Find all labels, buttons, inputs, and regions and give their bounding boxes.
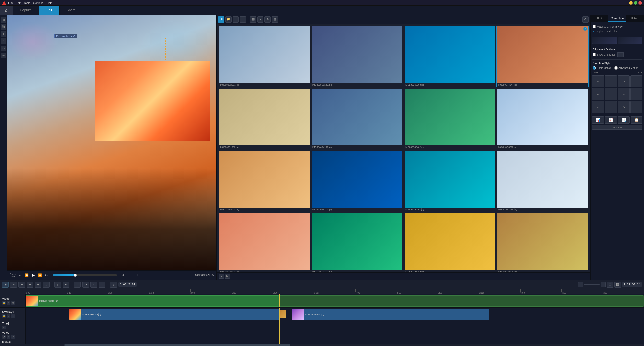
thumb-preview-1[interactable]: [592, 37, 617, 44]
tl-btn-titles[interactable]: T: [54, 282, 61, 288]
tl-btn-fx[interactable]: FX: [82, 282, 89, 288]
customize-btn[interactable]: Customize...: [592, 125, 642, 130]
voice-icon-mic[interactable]: 🎤: [2, 335, 6, 339]
media-item-15[interactable]: IMG592934222.jpg: [404, 213, 496, 272]
media-view-large[interactable]: ▦: [250, 16, 256, 23]
overlay-clip-border[interactable]: [51, 38, 166, 117]
voice-icon-audio[interactable]: ♪: [7, 335, 10, 339]
jump-end-button[interactable]: ⏭: [44, 273, 49, 278]
volume-button[interactable]: ♪: [127, 273, 132, 278]
media-item-13[interactable]: IMG533578633.jpg: [219, 213, 310, 272]
media-item-14[interactable]: IMG586529710.jpg: [312, 213, 403, 272]
media-settings[interactable]: ⚙: [582, 16, 589, 23]
motion-enter-ml[interactable]: ←: [592, 88, 604, 100]
fullscreen-button[interactable]: ⛶: [134, 273, 139, 278]
advanced-motion-radio[interactable]: [614, 66, 618, 70]
menu-settings[interactable]: Settings: [33, 1, 43, 4]
sidebar-import[interactable]: ⊞: [1, 17, 6, 23]
tl-btn-motion[interactable]: ↔: [90, 282, 97, 288]
basic-motion-radio[interactable]: [593, 66, 596, 70]
media-item-6[interactable]: IMG334474157.jpg: [312, 88, 403, 149]
tl-zoom-slider[interactable]: [584, 284, 600, 285]
track-icon-audio[interactable]: ♪: [7, 301, 10, 305]
tab-edit-panel[interactable]: Edit: [591, 15, 608, 22]
sidebar-audio[interactable]: ♬: [1, 38, 6, 44]
media-view-grid[interactable]: ⊞: [218, 16, 224, 23]
tl-btn-snap[interactable]: ⊵: [110, 282, 117, 288]
sidebar-motion[interactable]: ↩: [1, 53, 6, 58]
tl-zoom-out[interactable]: −: [578, 282, 583, 287]
media-nav-right[interactable]: ▶: [225, 274, 230, 279]
media-nav-left[interactable]: ◀: [219, 274, 224, 279]
media-item-2[interactable]: IMG209551125.jpg: [312, 26, 403, 87]
tab-capture[interactable]: Capture: [13, 6, 39, 15]
sidebar-fx[interactable]: FX: [1, 46, 6, 51]
tl-clip-view-btn[interactable]: 🎞: [614, 282, 621, 288]
motion-enter-tc[interactable]: ↑: [605, 75, 617, 87]
tl-btn-redo[interactable]: ↪: [27, 282, 33, 288]
preview-scrubber[interactable]: [53, 274, 117, 276]
media-item-3[interactable]: IMG235768563.jpg: [404, 26, 496, 87]
media-item-5[interactable]: IMG306651336.jpg: [219, 88, 310, 149]
media-item-16[interactable]: IMG610979989.jpg: [497, 213, 588, 272]
tab-edit[interactable]: Edit: [39, 6, 59, 15]
media-item-8[interactable]: IMG409473228.jpg: [497, 88, 588, 149]
overlay-clip-1[interactable]: IMG683267359.jpg: [69, 309, 279, 320]
play-button[interactable]: ▶: [31, 273, 36, 278]
menu-edit[interactable]: Edit: [16, 1, 21, 4]
motion-enter-bc[interactable]: ↓: [605, 101, 617, 113]
media-sort[interactable]: ↕: [240, 16, 246, 23]
video-clip-2[interactable]: [279, 295, 644, 307]
transition-block[interactable]: [279, 310, 286, 318]
overlay-clip-2[interactable]: IMG250874044.jpg: [292, 309, 489, 320]
track-icon-eye[interactable]: ⊘: [11, 301, 15, 305]
tab-correction-panel[interactable]: Correction: [608, 15, 626, 22]
media-item-11[interactable]: IMG454835482.jpg: [404, 151, 496, 211]
jump-start-button[interactable]: ⏮: [18, 273, 23, 278]
motion-enter-tr[interactable]: ↗: [618, 75, 630, 87]
media-view-detail[interactable]: ≡: [257, 16, 263, 23]
chart-btn-2[interactable]: 📈: [605, 116, 617, 124]
tl-zoom-in[interactable]: +: [601, 282, 606, 287]
chart-btn-3[interactable]: 📉: [618, 116, 630, 124]
tl-btn-normalize[interactable]: ≡: [99, 282, 105, 288]
video-clip-1[interactable]: IMG148618316.jpg: [26, 295, 279, 307]
media-sort-2[interactable]: ⇅: [264, 16, 271, 23]
tl-btn-music[interactable]: ♫: [43, 282, 50, 288]
track-icon-lock[interactable]: 🔒: [2, 301, 6, 305]
close-button[interactable]: [638, 1, 642, 5]
loop-button[interactable]: ↺: [120, 273, 125, 278]
overlay1-icon-expand[interactable]: ▾: [11, 314, 15, 318]
menu-help[interactable]: Help: [47, 1, 52, 4]
media-view-list[interactable]: ☰: [233, 16, 239, 23]
overlay1-icon-audio[interactable]: ♪: [7, 314, 10, 318]
scrubber-thumb[interactable]: [74, 274, 77, 277]
menu-bar[interactable]: File Edit Tools Settings Help: [8, 1, 52, 4]
basic-motion-option[interactable]: Basic Motion: [593, 66, 611, 70]
media-item-7[interactable]: IMG349548462.jpg: [404, 88, 496, 149]
tl-btn-add-track[interactable]: ⊞: [2, 282, 9, 288]
sidebar-photo[interactable]: 🖼: [1, 24, 6, 30]
media-item-9[interactable]: IMG411225745.jpg: [219, 151, 310, 211]
motion-enter-bl[interactable]: ↙: [592, 101, 604, 113]
hscroll-thumb[interactable]: [64, 344, 290, 346]
media-item-10[interactable]: IMG440899774.jpg: [312, 151, 403, 211]
tl-btn-capture[interactable]: ⊕: [35, 282, 41, 288]
title1-icon-expand[interactable]: ▾: [2, 326, 6, 329]
tl-fit-btn[interactable]: ⊡: [607, 282, 613, 288]
tl-btn-smart[interactable]: ★: [63, 282, 69, 288]
media-item-4[interactable]: ✓ IMG250874044.jpg: [497, 26, 588, 87]
advanced-motion-option[interactable]: Advanced Motion: [614, 66, 638, 70]
mask-chroma-key-checkbox[interactable]: [593, 25, 596, 28]
grid-preview-icon[interactable]: [617, 52, 624, 57]
overlay1-icon-lock[interactable]: 🔒: [2, 314, 6, 318]
tl-btn-transition[interactable]: ⇄: [74, 282, 81, 288]
tab-share[interactable]: Share: [60, 6, 83, 15]
chart-btn-1[interactable]: 📊: [592, 116, 604, 124]
motion-enter-tl[interactable]: ↖: [592, 75, 604, 87]
media-filter[interactable]: ▤: [272, 16, 278, 23]
motion-enter-br[interactable]: ↘: [618, 101, 630, 113]
voice-icon-expand[interactable]: ▾: [11, 335, 15, 339]
menu-file[interactable]: File: [8, 1, 13, 4]
tl-btn-undo[interactable]: ↩: [18, 282, 25, 288]
